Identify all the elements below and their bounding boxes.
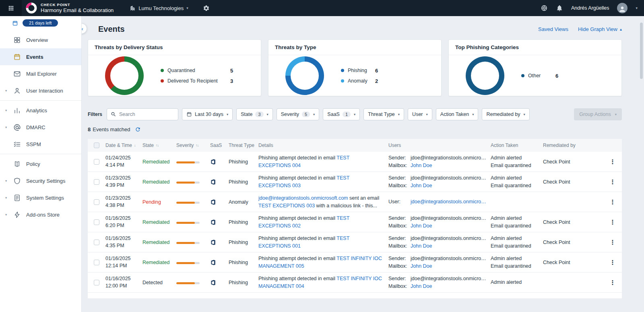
sidebar-item-sspm[interactable]: ▾SSPM — [0, 136, 81, 153]
sidebar-item-policy[interactable]: ▾Policy — [0, 155, 81, 172]
column-header-date-time[interactable]: Date & Time↓ — [105, 143, 142, 148]
notifications-bell-button[interactable] — [556, 4, 563, 12]
sidebar-item-events[interactable]: ▾Events — [0, 48, 81, 65]
group-actions-button[interactable]: Group Actions ▾ — [574, 108, 622, 120]
brand-product: Harmony Email & Collaboration — [41, 7, 114, 14]
row-checkbox[interactable] — [94, 260, 99, 265]
sidebar-item-label: Policy — [26, 161, 40, 167]
infinity-portal-button[interactable] — [541, 4, 548, 12]
table-row[interactable]: 01/23/20254:38 PMPendingAnomalyjdoe@inte… — [88, 192, 622, 212]
column-header-severity[interactable]: Severity↑↓ — [176, 143, 210, 148]
sidebar-collapse-button[interactable]: « — [82, 23, 87, 34]
overview-icon — [13, 36, 21, 44]
column-header-details[interactable]: Details — [258, 143, 388, 148]
header-links: Saved Views Hide Graph View ▴ — [538, 26, 622, 32]
scrollbar-thumb[interactable] — [640, 23, 643, 79]
row-checkbox[interactable] — [94, 199, 99, 205]
filter-chip-severity[interactable]: Severity5▾ — [277, 108, 320, 120]
select-all-checkbox[interactable] — [94, 143, 99, 148]
filter-chip-remediated-by[interactable]: Remediated by▾ — [482, 108, 529, 120]
chart-card-threats-by-type: Threats by TypePhishing6Anomaly2 — [268, 39, 442, 96]
avatar[interactable] — [617, 3, 627, 13]
details-link[interactable]: jdoe@integrationstools.onmicrosoft.com — [258, 195, 348, 201]
saved-views-link[interactable]: Saved Views — [538, 26, 568, 32]
row-menu-button[interactable]: ⋮ — [607, 258, 618, 267]
user-field-value[interactable]: John Doe — [411, 283, 432, 290]
table-row[interactable]: 01/16/20256:20 PMRemediatedPhishingPhish… — [88, 212, 622, 232]
column-header-remediated-by[interactable]: Remediated by — [543, 143, 603, 148]
column-header-state[interactable]: State↑↓ — [142, 143, 176, 148]
user-interaction-icon — [13, 87, 21, 95]
severity-bar — [176, 262, 200, 264]
row-checkbox[interactable] — [94, 280, 99, 285]
filter-count-badge: 1 — [343, 112, 351, 117]
sidebar-item-label: DMARC — [26, 124, 45, 130]
sidebar-item-security-settings[interactable]: ▾Security Settings — [0, 172, 81, 189]
chevron-down-icon: ▾ — [615, 112, 617, 116]
severity-bar-fill — [176, 262, 195, 264]
table-row[interactable]: 01/23/20254:39 PMRemediatedPhishingPhish… — [88, 172, 622, 192]
filter-chip-label: SaaS — [327, 112, 340, 117]
refresh-button[interactable] — [135, 126, 141, 132]
row-menu-button[interactable]: ⋮ — [607, 198, 618, 207]
event-time: 4:35 PM — [105, 242, 138, 250]
user-field-value[interactable]: John Doe — [411, 222, 432, 230]
filter-chip-label: User — [412, 112, 423, 117]
event-time: 12:14 PM — [105, 262, 138, 270]
topbar-right: Andrés Argüelles ▾ — [541, 3, 644, 13]
chevron-down-icon: ▾ — [426, 112, 428, 116]
user-field-value[interactable]: jdoe@integrationstools.onmicrosof... — [411, 198, 487, 206]
table-row[interactable]: 01/16/202512:14 PMRemediatedPhishingPhis… — [88, 252, 622, 273]
sidebar-item-analytics[interactable]: ▾Analytics — [0, 102, 81, 119]
search-input[interactable] — [119, 112, 174, 117]
filter-chip-threat-type[interactable]: Threat Type▾ — [363, 108, 404, 120]
user-field-label: Mailbox: — [388, 182, 409, 190]
sidebar-item-system-settings[interactable]: ▾System Settings — [0, 189, 81, 206]
table-row[interactable]: 01/16/202512:00 PMDetectedPhishingPhishi… — [88, 273, 622, 293]
sidebar-item-dmarc[interactable]: ▾DMARC — [0, 119, 81, 136]
sidebar-item-add-ons-store[interactable]: ▾Add-ons Store — [0, 206, 81, 223]
user-field-value[interactable]: John Doe — [411, 262, 432, 270]
chevron-down-icon: ▾ — [524, 112, 525, 116]
column-header-users[interactable]: Users — [388, 143, 491, 148]
user-field-value[interactable]: John Doe — [411, 182, 432, 190]
filter-chip-user[interactable]: User▾ — [408, 108, 432, 120]
filter-chip-saas[interactable]: SaaS1▾ — [323, 108, 360, 120]
analytics-icon — [13, 107, 21, 114]
row-menu-button[interactable]: ⋮ — [607, 218, 618, 227]
sidebar-item-user-interaction[interactable]: ▾User Interaction — [0, 82, 81, 99]
table-row[interactable]: 01/24/20254:14 PMRemediatedPhishingPhish… — [88, 152, 622, 172]
table-row[interactable]: 01/16/20254:35 PMRemediatedPhishingPhish… — [88, 232, 622, 252]
hide-graph-view-link[interactable]: Hide Graph View ▴ — [578, 26, 622, 32]
row-menu-button[interactable]: ⋮ — [607, 278, 618, 287]
user-field-value[interactable]: John Doe — [411, 242, 432, 250]
filter-chip-state[interactable]: State3▾ — [236, 108, 273, 120]
filter-chip-action-taken[interactable]: Action Taken▾ — [436, 108, 479, 120]
row-menu-button[interactable]: ⋮ — [607, 178, 618, 186]
filter-chip-last-30-days[interactable]: Last 30 days▾ — [182, 108, 233, 120]
sidebar-item-mail-explorer[interactable]: ▾Mail Explorer — [0, 65, 81, 82]
event-date: 01/16/2025 — [105, 215, 138, 222]
legend-label: Other — [528, 73, 553, 79]
row-checkbox[interactable] — [94, 219, 99, 225]
sidebar-item-overview[interactable]: ▾Overview — [0, 31, 81, 48]
column-header-action-taken[interactable]: Action Taken — [491, 143, 543, 148]
legend-dot — [161, 79, 164, 83]
settings-gear-button[interactable] — [203, 5, 210, 12]
app-launcher-button[interactable] — [0, 0, 22, 16]
details-link[interactable]: TEST EXCEPTIONS 003 — [258, 203, 315, 209]
chart-legend: Other6 — [521, 73, 558, 79]
row-checkbox[interactable] — [94, 240, 99, 245]
main-content: « Events Saved Views Hide Graph View ▴ T… — [82, 16, 644, 312]
threat-type: Phishing — [229, 219, 248, 225]
column-header-saas[interactable]: SaaS — [210, 143, 229, 148]
row-checkbox[interactable] — [94, 159, 99, 165]
column-header-threat-type[interactable]: Threat Type — [229, 143, 258, 148]
filter-count-badge: 5 — [302, 112, 310, 117]
row-checkbox[interactable] — [94, 179, 99, 185]
row-menu-button[interactable]: ⋮ — [607, 157, 618, 166]
user-menu-chevron[interactable]: ▾ — [636, 6, 638, 10]
row-menu-button[interactable]: ⋮ — [607, 238, 618, 247]
tenant-selector[interactable]: Lumu Technologies ▾ — [130, 5, 188, 11]
user-field-value[interactable]: John Doe — [411, 162, 432, 169]
